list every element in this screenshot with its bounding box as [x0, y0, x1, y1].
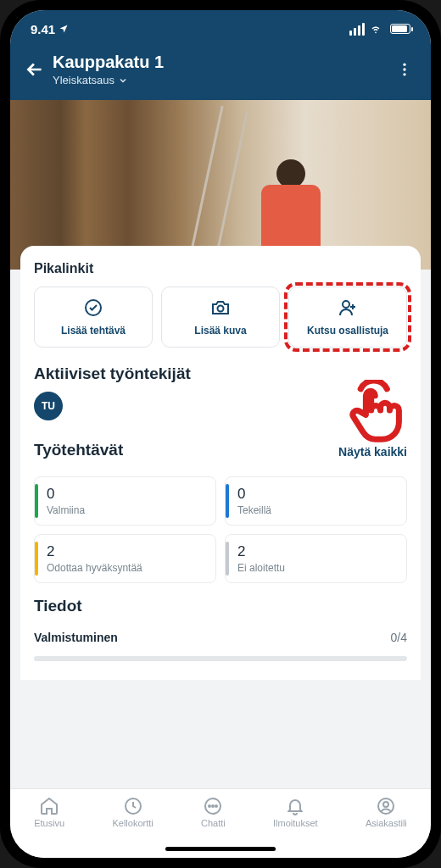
quicklinks-heading: Pikalinkit [34, 261, 407, 276]
home-indicator[interactable] [165, 847, 276, 851]
task-count: 2 [47, 543, 207, 560]
chevron-down-icon [118, 75, 128, 86]
page-title: Kauppakatu 1 [53, 53, 392, 72]
tab-label: Chatti [201, 818, 226, 828]
svg-point-12 [383, 802, 388, 807]
show-all-link[interactable]: Näytä kaikki [338, 445, 407, 459]
task-label: Ei aloitettu [237, 562, 398, 574]
tab-account[interactable]: Asiakastili [366, 796, 407, 828]
tab-label: Kellokortti [112, 818, 153, 828]
tap-hand-annotation [346, 380, 412, 446]
camera-icon [210, 298, 231, 318]
details-heading: Tiedot [34, 597, 407, 615]
signal-icon [349, 23, 365, 36]
back-button[interactable] [20, 55, 49, 84]
task-card-inprogress[interactable]: 0 Tekeillä [225, 476, 407, 526]
page-subtitle: Yleiskatsaus [53, 74, 114, 86]
battery-icon [390, 24, 410, 34]
chat-icon [203, 796, 223, 816]
quicklink-label: Lisää tehtävä [61, 325, 126, 337]
task-count: 2 [237, 543, 398, 560]
svg-point-10 [215, 805, 217, 807]
completion-label: Valmistuminen [34, 631, 118, 644]
user-circle-icon [376, 796, 396, 816]
quicklink-invite[interactable]: Kutsu osallistuja [288, 287, 407, 348]
title-block[interactable]: Kauppakatu 1 Yleiskatsaus [49, 53, 392, 86]
bell-icon [285, 796, 305, 816]
task-card-notstarted[interactable]: 2 Ei aloitettu [225, 534, 407, 583]
task-label: Valmiina [47, 504, 207, 516]
svg-point-4 [218, 306, 224, 312]
task-count: 0 [47, 486, 207, 503]
progress-bar [34, 656, 407, 661]
task-card-done[interactable]: 0 Valmiina [34, 476, 216, 526]
tab-home[interactable]: Etusivu [34, 796, 64, 828]
tab-timecard[interactable]: Kellokortti [112, 796, 153, 828]
svg-point-0 [403, 64, 405, 66]
tab-label: Asiakastili [366, 818, 407, 828]
tab-bar: Etusivu Kellokortti Chatti Ilmoitukset A… [10, 788, 431, 858]
quicklink-add-task[interactable]: Lisää tehtävä [34, 287, 153, 348]
tasks-heading: Työtehtävät [34, 441, 123, 459]
wifi-icon [368, 23, 383, 35]
tab-chat[interactable]: Chatti [201, 796, 226, 828]
clock-icon [123, 796, 143, 816]
svg-point-8 [209, 805, 210, 807]
svg-point-1 [403, 68, 405, 70]
tab-label: Etusivu [34, 818, 64, 828]
status-time: 9.41 [31, 22, 55, 36]
task-card-pending[interactable]: 2 Odottaa hyväksyntää [34, 534, 216, 583]
more-vertical-icon [396, 61, 413, 78]
tab-label: Ilmoitukset [273, 818, 318, 828]
worker-avatar[interactable]: TU [34, 392, 63, 420]
completion-value: 0/4 [391, 631, 407, 644]
more-button[interactable] [392, 61, 417, 78]
hero-image [10, 100, 431, 270]
location-icon [59, 24, 69, 34]
task-count: 0 [237, 486, 398, 503]
svg-point-9 [212, 805, 214, 807]
task-label: Tekeillä [237, 504, 398, 516]
svg-point-2 [403, 73, 405, 75]
task-label: Odottaa hyväksyntää [47, 562, 207, 574]
tab-notifications[interactable]: Ilmoitukset [273, 796, 318, 828]
status-bar: 9.41 [10, 10, 431, 47]
home-icon [39, 796, 59, 816]
quicklink-label: Lisää kuva [194, 325, 246, 337]
arrow-left-icon [24, 58, 46, 81]
highlight-annotation [284, 282, 411, 352]
quicklink-add-photo[interactable]: Lisää kuva [161, 287, 280, 348]
completion-row[interactable]: Valmistuminen 0/4 [34, 624, 407, 656]
check-circle-icon [83, 298, 103, 318]
